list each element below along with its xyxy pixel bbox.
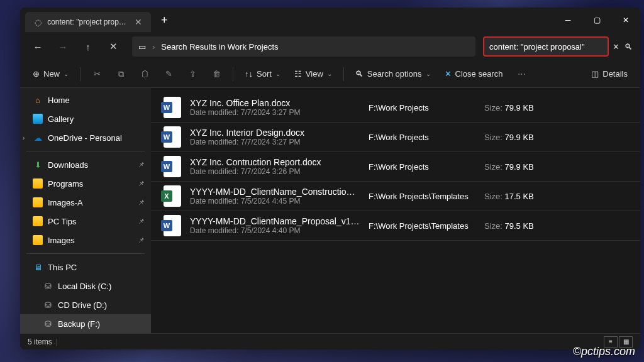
word-file-icon [164, 126, 181, 148]
file-name: XYZ Inc. Contruction Report.docx [190, 157, 360, 167]
file-size: Size: 79.9 KB [484, 162, 534, 172]
chevron-down-icon: ⌄ [275, 70, 280, 77]
close-search-button[interactable]: ✕ Close search [438, 64, 509, 84]
search-tab-icon: ◌ [34, 17, 42, 27]
sidebar-item-home[interactable]: ⌂Home [20, 90, 151, 109]
sidebar-item-drive[interactable]: ⛁Local Disk (C:) [20, 277, 151, 295]
sidebar-item-quick[interactable]: Images-A📌︎ [20, 193, 151, 212]
pin-icon[interactable]: 📌︎ [138, 180, 145, 187]
result-row[interactable]: XYZ Inc. Office Plan.docx Date modified:… [151, 93, 640, 123]
clipboard-icon: 📋︎ [141, 69, 149, 79]
pin-icon[interactable]: 📌︎ [138, 217, 145, 225]
file-path: F:\Work Projects\Templates [369, 192, 475, 201]
search-query: content: "project proposal" [489, 42, 602, 52]
file-date: Date modified: 7/5/2024 4:40 PM [190, 226, 360, 235]
result-row[interactable]: XYZ Inc. Interior Design.docx Date modif… [151, 123, 640, 152]
word-file-icon [164, 156, 181, 177]
maximize-button[interactable]: ▢ [582, 8, 611, 33]
chevron-right-icon: › [152, 42, 155, 52]
chevron-right-icon[interactable]: › [23, 134, 25, 141]
tab-close-icon[interactable]: ✕ [135, 17, 142, 27]
file-path: F:\Work Projects [369, 162, 475, 172]
item-count: 5 items [28, 337, 52, 346]
word-file-icon [164, 215, 181, 236]
close-button[interactable]: ✕ [611, 8, 640, 33]
folder-icon [33, 197, 43, 207]
chevron-down-icon: ⌄ [426, 70, 431, 77]
sidebar-item-quick[interactable]: Images📌︎ [20, 231, 151, 250]
result-row[interactable]: YYYY-MM-DD_ClientName_Construction_... D… [151, 182, 640, 211]
file-path: F:\Work Projects [369, 103, 475, 112]
pin-icon[interactable]: 📌︎ [138, 199, 145, 206]
file-date: Date modified: 7/7/2024 3:27 PM [190, 108, 360, 117]
sidebar-item-quick[interactable]: ⬇Downloads📌︎ [20, 155, 151, 174]
home-icon: ⌂ [33, 95, 43, 105]
sidebar: ⌂Home Gallery ›☁OneDrive - Personal ⬇Dow… [20, 88, 151, 333]
scissors-icon: ✂ [94, 69, 101, 79]
search-icon[interactable]: 🔍︎ [623, 41, 634, 53]
more-button[interactable]: ⋯ [510, 64, 533, 84]
address-bar: ← → ↑ ✕ ▭ › Search Results in Work Proje… [20, 33, 640, 60]
location-icon: ▭ [138, 42, 146, 52]
view-icon: ☷ [294, 69, 302, 79]
back-button[interactable]: ← [26, 36, 49, 57]
result-row[interactable]: YYYY-MM-DD_ClientName_Proposal_v1.d... D… [151, 211, 640, 241]
copy-button[interactable]: ⧉ [109, 64, 132, 84]
forward-button[interactable]: → [52, 36, 74, 57]
rename-button[interactable]: ✎ [157, 64, 180, 84]
file-name: XYZ Inc. Office Plan.docx [190, 98, 360, 108]
search-input[interactable]: content: "project proposal" [483, 36, 609, 57]
search-clear-icon[interactable]: ✕ [611, 41, 621, 53]
file-date: Date modified: 7/5/2024 4:45 PM [190, 197, 360, 206]
breadcrumb[interactable]: ▭ › Search Results in Work Projects [132, 36, 475, 57]
plus-circle-icon: ⊕ [33, 69, 40, 79]
new-tab-button[interactable]: + [151, 14, 178, 27]
pin-icon[interactable]: 📌︎ [138, 161, 145, 168]
gallery-icon [33, 114, 43, 124]
sidebar-item-drive[interactable]: ⛁CD Drive (D:) [20, 295, 151, 314]
sidebar-item-quick[interactable]: PC Tips📌︎ [20, 212, 151, 231]
explorer-window: ◌ content: "project proposal" - S ✕ + ─ … [20, 8, 640, 349]
details-pane-icon: ◫ [591, 69, 599, 79]
cut-button[interactable]: ✂ [86, 64, 108, 84]
sort-button[interactable]: ↑↓ Sort ⌄ [238, 64, 287, 84]
new-button[interactable]: ⊕ New ⌄ [26, 64, 75, 84]
view-button[interactable]: ☷ View ⌄ [288, 64, 338, 84]
word-file-icon [164, 97, 181, 118]
file-name: YYYY-MM-DD_ClientName_Proposal_v1.d... [190, 216, 360, 226]
sidebar-item-gallery[interactable]: Gallery [20, 109, 151, 128]
disk-icon: ⛁ [43, 319, 53, 329]
up-button[interactable]: ↑ [77, 36, 99, 57]
folder-icon: ⬇ [33, 160, 43, 170]
details-button[interactable]: ◫ Details [585, 64, 634, 84]
file-size: Size: 79.5 KB [484, 221, 534, 231]
tab-title: content: "project proposal" - S [47, 18, 130, 26]
close-icon: ✕ [445, 69, 452, 79]
trash-icon: 🗑︎ [213, 69, 221, 79]
sidebar-item-thispc[interactable]: 🖥︎This PC [20, 258, 151, 277]
delete-button[interactable]: 🗑︎ [205, 64, 228, 84]
file-path: F:\Work Projects\Templates [369, 221, 475, 231]
paste-button[interactable]: 📋︎ [133, 64, 156, 84]
file-date: Date modified: 7/7/2024 3:26 PM [190, 167, 360, 176]
disk-icon: ⛁ [43, 300, 53, 310]
disk-icon: ⛁ [43, 281, 53, 291]
sidebar-item-quick[interactable]: Programs📌︎ [20, 174, 151, 193]
minimize-button[interactable]: ─ [553, 8, 582, 33]
sort-icon: ↑↓ [245, 69, 253, 79]
search-options-button[interactable]: 🔍︎ Search options ⌄ [349, 64, 437, 84]
share-icon: ⇪ [189, 69, 196, 79]
pc-icon: 🖥︎ [33, 262, 43, 272]
sidebar-item-onedrive[interactable]: ›☁OneDrive - Personal [20, 128, 151, 147]
watermark: ©pctips.com [573, 345, 635, 358]
rename-icon: ✎ [165, 69, 172, 79]
pin-icon[interactable]: 📌︎ [138, 236, 145, 244]
tab-current[interactable]: ◌ content: "project proposal" - S ✕ [25, 12, 151, 32]
folder-icon [33, 235, 43, 245]
results-list: XYZ Inc. Office Plan.docx Date modified:… [151, 88, 640, 333]
sidebar-item-drive[interactable]: ⛁Backup (F:) [20, 314, 151, 333]
result-row[interactable]: XYZ Inc. Contruction Report.docx Date mo… [151, 152, 640, 182]
file-date: Date modified: 7/7/2024 3:27 PM [190, 138, 360, 146]
refresh-button[interactable]: ✕ [102, 36, 125, 57]
share-button[interactable]: ⇪ [181, 64, 204, 84]
